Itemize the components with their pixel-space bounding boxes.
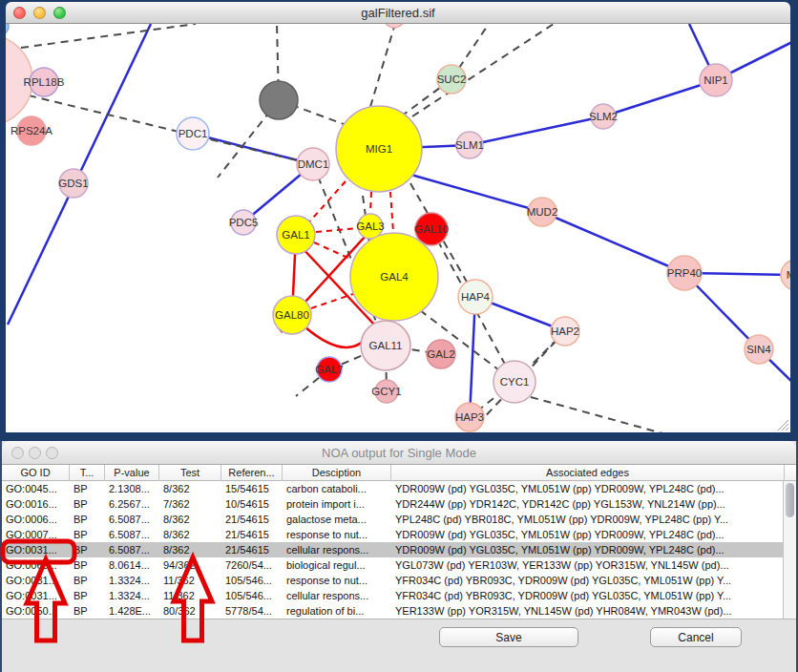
cell-test: 7/362 [159,496,221,512]
table-row[interactable]: GO:0065...BP8.0614...94/3627260/54...bio… [2,557,787,573]
cell-reference: 7260/54... [221,557,283,573]
cell-type: BP [70,542,105,557]
node-edge-blue-partial[interactable] [6,24,9,34]
cell-description: cellular respons... [283,588,391,603]
node-label-SIN4: SIN4 [746,344,771,355]
minimize-button[interactable] [33,7,46,19]
node-gray-node[interactable] [260,81,298,119]
cell-description: protein import i... [283,496,391,512]
cell-go_id: GO:0065... [2,557,70,573]
edge-dash [412,24,554,116]
cell-reference: 21/54615 [221,527,283,542]
table-row[interactable]: GO:0045...BP2.1308...8/36215/54615carbon… [2,481,787,496]
column-header-p_value[interactable]: P-value [105,465,159,481]
cell-go_id: GO:0031... [2,588,70,603]
cell-type: BP [70,557,105,573]
column-header-description[interactable]: Desciption [283,465,391,481]
node-label-SLM1: SLM1 [455,139,484,151]
cell-edges: YDR009W (pd) YGL035C, YML051W (pp) YDR00… [391,481,785,496]
network-canvas[interactable]: RPL18BRPS24AGDS1PDC1DMC1MIG1SLM1SUC2SLM2… [6,24,790,432]
cell-p_value: 1.3324... [105,573,159,588]
cell-go_id: GO:0031... [2,542,70,557]
node-label-CYC1: CYC1 [500,376,530,388]
node-label-RPS24A: RPS24A [10,125,52,136]
node-label-GAL7: GAL7 [315,364,343,375]
node-label-DMC1: DMC1 [298,158,329,170]
edge-blue [470,297,475,417]
cell-test: 8/362 [159,542,221,557]
edge-red-dash [305,181,346,226]
cell-reference: 21/54615 [221,512,283,527]
edge-blue [603,80,716,116]
cell-description: response to nut... [283,527,391,542]
table-body: GO:0045...BP2.1308...8/36215/54615carbon… [2,481,787,619]
cancel-button[interactable]: Cancel [650,627,742,647]
table-row[interactable]: GO:0031...BP1.3324...11/362105/546...res… [2,573,787,588]
cell-reference: 21/54615 [221,542,283,557]
cell-type: BP [70,603,105,619]
edge-red-dash [314,242,352,260]
cell-edges: YER133W (pp) YOR315W, YNL145W (pd) YHR08… [391,603,785,619]
scrollbar-thumb[interactable] [786,483,794,517]
node-label-PDC5: PDC5 [229,217,259,228]
results-table: GO IDT...P-valueTestReferen...Desciption… [2,465,796,619]
column-header-reference[interactable]: Referen... [221,465,283,481]
edge-red-dash [316,228,357,232]
save-button[interactable]: Save [439,627,578,647]
table-row[interactable]: GO:0007...BP6.5087...8/36221/54615respon… [2,527,787,542]
table-row[interactable]: GO:0031...BP6.5087...8/36221/54615cellul… [2,542,787,557]
column-header-go_id[interactable]: GO ID [2,465,70,481]
cell-test: 8/362 [159,512,221,527]
noa-output-window: NOA output for Single Mode GO IDT...P-va… [0,441,798,672]
cell-p_value: 1.3324... [105,588,159,603]
vertical-scrollbar[interactable] [783,481,796,619]
table-row[interactable]: GO:0050...BP1.428E...80/3625778/54...reg… [2,603,787,619]
cell-edges: YDR244W (pp) YDR142C, YDR142C (pp) YGL15… [391,496,785,512]
node-label-GAL4: GAL4 [380,271,409,283]
cell-reference: 10/54615 [221,496,283,512]
zoom-button[interactable] [53,7,66,19]
cell-edges: YFR034C (pd) YBR093C, YDR009W (pd) YGL03… [391,588,785,603]
network-graph: RPL18BRPS24AGDS1PDC1DMC1MIG1SLM1SUC2SLM2… [6,24,790,432]
cell-reference: 15/54615 [221,481,283,496]
node-top-cut[interactable] [384,24,405,28]
cell-p_value: 1.428E... [105,603,159,619]
node-label-GAL3: GAL3 [356,220,384,232]
graph-window-title: galFiltered.sif [6,6,790,20]
node-label-MIG1: MIG1 [366,143,392,155]
resize-grip-icon[interactable] [774,418,789,431]
column-header-type[interactable]: T... [70,465,105,481]
column-header-test[interactable]: Test [159,465,221,481]
cell-p_value: 8.0614... [105,557,159,573]
cell-edges: YGL073W (pd) YER103W, YER133W (pp) YOR31… [391,557,785,573]
edge-red-dash [390,192,393,232]
cell-description: response to nut... [283,573,391,588]
close-button[interactable] [13,7,26,19]
node-label-SLM2: SLM2 [589,111,618,122]
table-row[interactable]: GO:0006...BP6.5087...8/36221/54615galact… [2,512,787,527]
cell-edges: YFR034C (pd) YBR093C, YDR009W (pd) YGL03… [391,573,785,588]
cell-p_value: 6.5087... [105,527,159,542]
node-label-GAL80: GAL80 [275,309,309,321]
cell-reference: 105/546... [221,588,283,603]
node-label-SUC2: SUC2 [437,74,467,85]
node-label-GAL2: GAL2 [427,348,454,360]
node-label-GCY1: GCY1 [371,386,401,397]
table-row[interactable]: GO:0031...BP1.3324...11/362105/546...cel… [2,588,787,603]
cell-go_id: GO:0045... [2,481,70,496]
node-label-GAL1: GAL1 [282,229,309,241]
column-header-edges[interactable]: Associated edges [391,465,785,481]
node-label-PRP40: PRP40 [667,267,702,279]
graph-window-titlebar[interactable]: galFiltered.sif [6,2,790,24]
node-label-NIP1: NIP1 [704,74,728,86]
node-label-MUD2: MUD2 [527,206,558,218]
edge-blue [401,172,542,212]
cell-test: 11/362 [159,588,221,603]
node-label-PDC1: PDC1 [178,128,208,139]
noa-window-titlebar[interactable]: NOA output for Single Mode [2,441,796,465]
edge-blue [470,116,603,145]
table-row[interactable]: GO:0016...BP6.2567...7/36210/54615protei… [2,496,787,512]
node-label-HAP3: HAP3 [455,411,484,423]
cell-go_id: GO:0007... [2,527,70,542]
edge-dash [370,27,394,107]
